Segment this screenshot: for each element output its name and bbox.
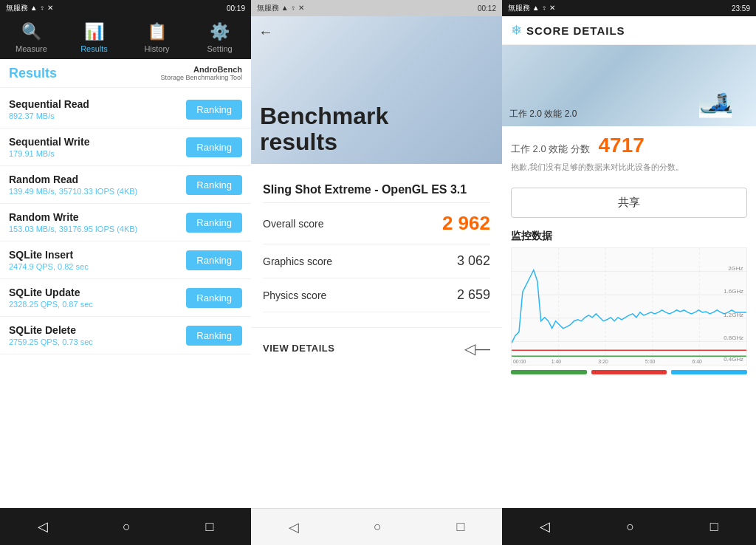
benchmark-name-2: Random Read bbox=[9, 174, 137, 185]
tab-measure-label: Measure bbox=[16, 44, 47, 53]
share-button[interactable]: 共享 bbox=[511, 188, 747, 218]
logo-text: AndroBench bbox=[193, 65, 242, 74]
tab-measure[interactable]: 🔍 Measure bbox=[0, 16, 63, 59]
back-nav-icon[interactable]: ◁ bbox=[38, 518, 48, 535]
monitor-chart: 2GHz 1.6GHz 1.2GHz 0.8GHz 0.4GHz 00:00 1… bbox=[512, 248, 746, 365]
benchmark-info-5: SQLite Update 2328.25 QPS, 0.87 sec bbox=[9, 287, 93, 309]
ranking-btn-2[interactable]: Ranking bbox=[186, 175, 242, 195]
status-right-2: 00:12 bbox=[478, 4, 496, 13]
svg-text:2GHz: 2GHz bbox=[728, 265, 743, 272]
results-title: Results bbox=[9, 66, 57, 81]
benchmark-name-6: SQLite Delete bbox=[9, 324, 93, 336]
chart-area: 2GHz 1.6GHz 1.2GHz 0.8GHz 0.4GHz 00:00 1… bbox=[511, 247, 747, 366]
svg-text:1.6GHz: 1.6GHz bbox=[724, 288, 743, 295]
svg-text:0.4GHz: 0.4GHz bbox=[724, 356, 743, 363]
androbench-logo: AndroBench Storage Benchmarking Tool bbox=[161, 65, 242, 81]
recents-nav-icon[interactable]: □ bbox=[205, 519, 213, 535]
tab-results[interactable]: 📊 Results bbox=[63, 16, 126, 59]
work-score-section: 工作 2.0 效能 分数 4717 抱歉,我们没有足够的数据来对比此设备的分数。 bbox=[502, 126, 756, 180]
legend-blue bbox=[671, 370, 747, 374]
status-bar-2: 無服務 ▲ ♀ ✕ 00:12 bbox=[251, 0, 502, 16]
benchmark-name-3: Random Write bbox=[9, 211, 137, 223]
legend-red bbox=[591, 370, 667, 374]
tab-history[interactable]: 📋 History bbox=[126, 16, 188, 59]
results-icon: 📊 bbox=[84, 22, 104, 41]
view-details-row[interactable]: VIEW DETAILS ◁— bbox=[251, 327, 502, 369]
benchmark-random-write: Random Write 153.03 MB/s, 39176.95 IOPS … bbox=[0, 204, 251, 241]
home-nav-icon-2[interactable]: ○ bbox=[374, 519, 382, 535]
tab-results-label: Results bbox=[80, 44, 108, 53]
logo-sub: Storage Benchmarking Tool bbox=[161, 74, 242, 81]
ranking-btn-0[interactable]: Ranking bbox=[186, 100, 242, 120]
share-icon[interactable]: ◁— bbox=[464, 340, 490, 357]
benchmark-sqlite-insert: SQLite Insert 2474.9 QPS, 0.82 sec Ranki… bbox=[0, 241, 251, 279]
score-value-physics: 2 659 bbox=[457, 287, 490, 303]
test-name: Sling Shot Extreme - OpenGL ES 3.1 bbox=[263, 176, 490, 203]
ranking-btn-3[interactable]: Ranking bbox=[186, 213, 242, 233]
benchmark-info-0: Sequential Read 892.37 MB/s bbox=[9, 98, 89, 120]
status-right-1: 00:19 bbox=[227, 4, 245, 13]
benchmark-value-0: 892.37 MB/s bbox=[9, 112, 89, 120]
status-left-1: 無服務 ▲ ♀ ✕ bbox=[6, 3, 53, 13]
benchmark-hero-title: Benchmarkresults bbox=[260, 103, 493, 155]
status-right-3: 23:59 bbox=[732, 4, 750, 13]
recents-nav-icon-2[interactable]: □ bbox=[456, 519, 464, 535]
svg-text:3:20: 3:20 bbox=[598, 359, 608, 364]
svg-text:5:00: 5:00 bbox=[645, 359, 656, 364]
benchmark-name-5: SQLite Update bbox=[9, 287, 93, 298]
benchmark-info-3: Random Write 153.03 MB/s, 39176.95 IOPS … bbox=[9, 211, 137, 233]
score-value-overall: 2 962 bbox=[442, 212, 490, 235]
bottom-nav-1: ◁ ○ □ bbox=[0, 508, 251, 545]
benchmark-value-3: 153.03 MB/s, 39176.95 IOPS (4KB) bbox=[9, 224, 137, 233]
status-left-3: 無服務 ▲ ♀ ✕ bbox=[508, 3, 555, 13]
work-score-number: 4717 bbox=[599, 134, 645, 157]
benchmark-random-read: Random Read 139.49 MB/s, 35710.33 IOPS (… bbox=[0, 166, 251, 204]
home-nav-icon-3[interactable]: ○ bbox=[626, 519, 634, 535]
benchmark-value-1: 179.91 MB/s bbox=[9, 149, 89, 158]
results-header: Results AndroBench Storage Benchmarking … bbox=[0, 59, 251, 88]
tab-history-label: History bbox=[144, 44, 169, 53]
benchmark-value-2: 139.49 MB/s, 35710.33 IOPS (4KB) bbox=[9, 187, 137, 196]
benchmark-name-0: Sequential Read bbox=[9, 98, 89, 110]
ranking-btn-5[interactable]: Ranking bbox=[186, 288, 242, 308]
bottom-nav-3: ◁ ○ □ bbox=[502, 508, 756, 545]
svg-text:1.2GHz: 1.2GHz bbox=[724, 312, 743, 318]
status-left-2: 無服務 ▲ ♀ ✕ bbox=[257, 3, 304, 13]
ranking-btn-6[interactable]: Ranking bbox=[186, 326, 242, 346]
recents-nav-icon-3[interactable]: □ bbox=[710, 519, 718, 535]
score-details-header: ❄ SCORE DETAILS bbox=[502, 16, 756, 45]
status-bar-1: 無服務 ▲ ♀ ✕ 00:19 bbox=[0, 0, 251, 16]
history-icon: 📋 bbox=[147, 22, 167, 41]
back-nav-icon-3[interactable]: ◁ bbox=[540, 518, 550, 535]
snowflake-icon: ❄ bbox=[511, 22, 522, 38]
svg-text:6:40: 6:40 bbox=[692, 359, 702, 364]
nav-tabs: 🔍 Measure 📊 Results 📋 History ⚙️ Setting bbox=[0, 16, 251, 59]
chart-legend bbox=[511, 370, 747, 374]
share-btn-row: 共享 bbox=[502, 180, 756, 225]
back-arrow-icon[interactable]: ← bbox=[258, 24, 273, 41]
ranking-btn-4[interactable]: Ranking bbox=[186, 250, 242, 270]
tab-setting-label: Setting bbox=[207, 44, 232, 53]
benchmark-info-1: Sequential Write 179.91 MB/s bbox=[9, 136, 89, 158]
legend-green bbox=[511, 370, 587, 374]
setting-icon: ⚙️ bbox=[210, 22, 230, 41]
benchmark-name-1: Sequential Write bbox=[9, 136, 89, 148]
benchmark-sqlite-delete: SQLite Delete 2759.25 QPS, 0.73 sec Rank… bbox=[0, 317, 251, 354]
score-row-overall: Overall score 2 962 bbox=[263, 203, 490, 244]
scores-section: Sling Shot Extreme - OpenGL ES 3.1 Overa… bbox=[251, 164, 502, 327]
benchmark-info-4: SQLite Insert 2474.9 QPS, 0.82 sec bbox=[9, 249, 89, 271]
benchmark-value-4: 2474.9 QPS, 0.82 sec bbox=[9, 262, 89, 271]
score-value-graphics: 3 062 bbox=[457, 253, 490, 269]
benchmark-info-2: Random Read 139.49 MB/s, 35710.33 IOPS (… bbox=[9, 174, 137, 196]
bottom-nav-2: ◁ ○ □ bbox=[251, 508, 502, 545]
home-nav-icon[interactable]: ○ bbox=[123, 519, 131, 535]
ranking-btn-1[interactable]: Ranking bbox=[186, 137, 242, 157]
measure-icon: 🔍 bbox=[21, 22, 41, 41]
score-details-title: SCORE DETAILS bbox=[526, 24, 625, 37]
view-details-label[interactable]: VIEW DETAILS bbox=[263, 343, 334, 354]
svg-text:0.8GHz: 0.8GHz bbox=[724, 335, 743, 341]
score-label-overall: Overall score bbox=[263, 218, 323, 230]
back-nav-icon-2[interactable]: ◁ bbox=[289, 519, 299, 535]
tab-setting[interactable]: ⚙️ Setting bbox=[188, 16, 251, 59]
hero-image-overlay: 工作 2.0 效能 2.0 bbox=[509, 108, 577, 120]
